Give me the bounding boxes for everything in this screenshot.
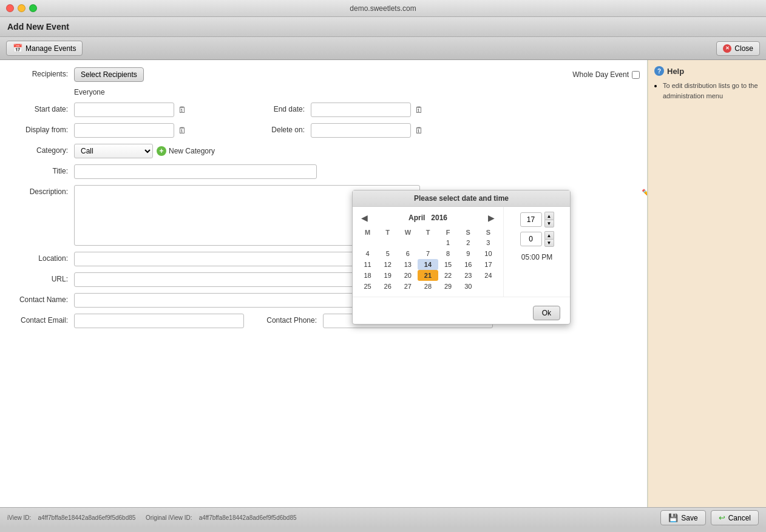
calendar-day[interactable]: 1: [438, 237, 458, 248]
calendar-left: ◀ April 2016 ▶ M T W T: [353, 207, 503, 297]
calendar-next-btn[interactable]: ▶: [484, 212, 498, 224]
category-row: Category: Call Meeting Task Other + New …: [7, 144, 640, 158]
calendar-ok-btn[interactable]: Ok: [533, 306, 560, 320]
calendar-day: [398, 237, 418, 248]
display-from-input[interactable]: Fri 01 Apr 2016: [74, 123, 174, 138]
calendar-day[interactable]: 30: [458, 281, 478, 292]
title-label: Title:: [7, 164, 74, 175]
end-date-input[interactable]: Thu 21 Apr 2016, 17:00: [311, 103, 411, 117]
help-text: To edit distribution lists go to the adm…: [663, 82, 758, 99]
everyone-row: Everyone: [7, 88, 640, 96]
help-icon: ?: [654, 66, 664, 76]
category-content: Call Meeting Task Other + New Category: [74, 144, 640, 158]
calendar-day[interactable]: 26: [378, 281, 398, 292]
close-window-btn[interactable]: [6, 4, 14, 12]
calendar-day[interactable]: 4: [358, 248, 378, 259]
calendar-day[interactable]: 9: [458, 248, 478, 259]
calendar-day: [418, 237, 438, 248]
minute-up-btn[interactable]: ▲: [544, 231, 554, 239]
manage-events-button[interactable]: 📅 Manage Events: [6, 41, 83, 56]
calendar-day[interactable]: 7: [418, 248, 438, 259]
cal-day-header-w: W: [398, 227, 418, 237]
hour-up-btn[interactable]: ▲: [544, 212, 554, 220]
cancel-button[interactable]: ↩ Cancel: [711, 510, 759, 525]
status-buttons: 💾 Save ↩ Cancel: [660, 510, 759, 525]
calendar-day[interactable]: 29: [438, 281, 458, 292]
title-row: Title: Team Call: [7, 164, 640, 179]
description-label: Description:: [7, 185, 74, 196]
close-icon: ✕: [723, 44, 731, 53]
cancel-icon: ↩: [719, 513, 725, 522]
start-date-picker-btn[interactable]: 🗓: [178, 105, 186, 115]
contact-name-label: Contact Name:: [7, 293, 74, 304]
calendar-day[interactable]: 3: [478, 237, 498, 248]
calendar-day[interactable]: 27: [398, 281, 418, 292]
delete-on-picker-btn[interactable]: 🗓: [415, 126, 423, 135]
save-label: Save: [681, 514, 697, 522]
close-button[interactable]: ✕ Close: [716, 41, 760, 56]
save-button[interactable]: 💾 Save: [660, 510, 705, 525]
calendar-day[interactable]: 2: [458, 237, 478, 248]
cal-day-header-f: F: [438, 227, 458, 237]
title-input[interactable]: Team Call: [74, 164, 317, 179]
calendar-day: [378, 237, 398, 248]
whole-day-label: Whole Day Event: [572, 70, 629, 79]
calendar-day[interactable]: 6: [398, 248, 418, 259]
end-date-picker-btn[interactable]: 🗓: [415, 105, 423, 115]
everyone-content: Everyone: [74, 88, 640, 96]
calendar-day[interactable]: 21: [418, 270, 438, 281]
end-date-label: End date:: [262, 103, 311, 113]
contact-email-input[interactable]: [74, 314, 244, 328]
calendar-header: Please select date and time: [353, 190, 570, 207]
calendar-day[interactable]: 19: [378, 270, 398, 281]
calendar-day[interactable]: 23: [458, 270, 478, 281]
whole-day-container: Whole Day Event: [572, 70, 640, 79]
calendar-day[interactable]: 20: [398, 270, 418, 281]
delete-on-input[interactable]: Sun 30 Apr 2017: [311, 123, 411, 138]
calendar-day[interactable]: 16: [458, 259, 478, 270]
display-delete-row: Display from: Fri 01 Apr 2016 🗓 Delete o…: [7, 123, 640, 138]
category-select[interactable]: Call Meeting Task Other: [74, 144, 153, 158]
display-from-label: Display from:: [7, 123, 74, 134]
iview-id-label: iView ID:: [7, 514, 31, 521]
calendar-day[interactable]: 24: [478, 270, 498, 281]
whole-day-checkbox[interactable]: [632, 71, 640, 79]
everyone-label-spacer: [7, 88, 74, 90]
manage-events-label: Manage Events: [25, 44, 76, 53]
new-category-button[interactable]: + New Category: [157, 146, 215, 156]
calendar-day[interactable]: 13: [398, 259, 418, 270]
calendar-day[interactable]: 5: [378, 248, 398, 259]
calendar-day[interactable]: 17: [478, 259, 498, 270]
maximize-window-btn[interactable]: [29, 4, 37, 12]
dates-row: Start date: Thu 21 Apr 2016, 9:00 🗓 End …: [7, 103, 640, 117]
start-date-input[interactable]: Thu 21 Apr 2016, 9:00: [74, 103, 174, 117]
pencil-icon[interactable]: ✏️: [642, 189, 648, 198]
calendar-day[interactable]: 10: [478, 248, 498, 259]
calendar-day[interactable]: 8: [438, 248, 458, 259]
calendar-day[interactable]: 28: [418, 281, 438, 292]
hour-down-btn[interactable]: ▼: [544, 220, 554, 227]
calendar-day[interactable]: 15: [438, 259, 458, 270]
contact-email-content: [74, 314, 262, 328]
calendar-day[interactable]: 22: [438, 270, 458, 281]
iview-id-value: a4ff7bffa8e18442a8ad6ef9f5d6bd85: [38, 514, 135, 521]
calendar-day[interactable]: 14: [418, 259, 438, 270]
calendar-prev-btn[interactable]: ◀: [358, 212, 371, 224]
cal-day-header-t1: T: [378, 227, 398, 237]
display-from-picker-btn[interactable]: 🗓: [178, 126, 186, 135]
start-date-content: Thu 21 Apr 2016, 9:00 🗓: [74, 103, 262, 117]
select-recipients-button[interactable]: Select Recipients: [74, 67, 144, 82]
calendar-day[interactable]: 11: [358, 259, 378, 270]
title-bar: demo.sweetlets.com: [0, 0, 766, 17]
hour-input[interactable]: [520, 212, 542, 227]
minute-input[interactable]: [520, 232, 542, 246]
calendar-day[interactable]: 25: [358, 281, 378, 292]
minimize-window-btn[interactable]: [18, 4, 25, 12]
calendar-day[interactable]: 18: [358, 270, 378, 281]
end-date-content: Thu 21 Apr 2016, 17:00 🗓: [311, 103, 640, 117]
minute-down-btn[interactable]: ▼: [544, 239, 554, 247]
cal-day-header-s2: S: [478, 227, 498, 237]
calendar-footer: Ok: [353, 297, 570, 324]
calendar-day[interactable]: 12: [378, 259, 398, 270]
hour-spinner: ▲ ▼: [520, 212, 554, 227]
